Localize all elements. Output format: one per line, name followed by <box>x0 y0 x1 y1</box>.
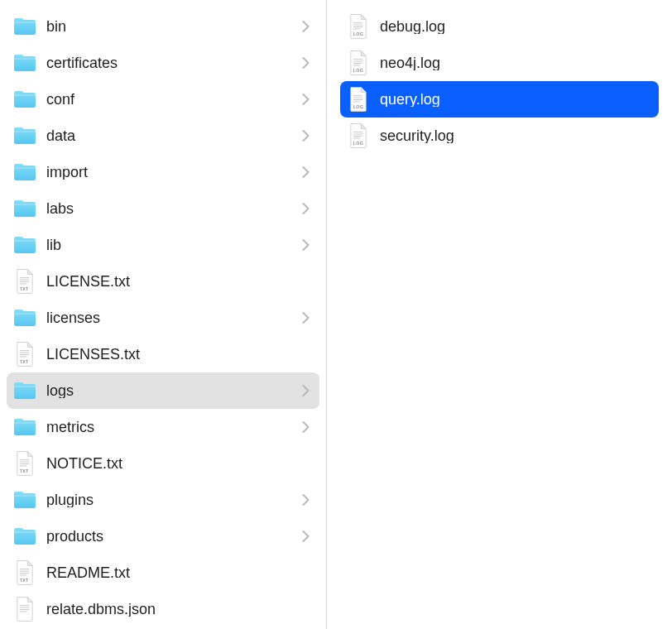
log-file-icon: LOG <box>345 122 372 149</box>
svg-text:LOG: LOG <box>353 104 363 109</box>
txt-file-icon: TXT <box>12 268 38 295</box>
item-label: labs <box>46 201 291 216</box>
folder-icon <box>12 13 38 40</box>
folder-icon <box>12 414 38 440</box>
item-label: LICENSES.txt <box>46 347 311 362</box>
item-label: licenses <box>46 310 291 325</box>
folder-icon <box>12 305 38 331</box>
item-label: certificates <box>46 55 291 70</box>
chevron-right-icon <box>300 130 311 142</box>
log-file-icon: LOG <box>345 50 372 76</box>
chevron-right-icon <box>300 385 311 396</box>
folder-icon <box>12 159 38 185</box>
chevron-right-icon <box>300 166 311 178</box>
folder-icon <box>12 122 38 149</box>
item-label: import <box>46 165 291 180</box>
item-relate-json[interactable]: relate.dbms.json <box>7 591 319 627</box>
item-metrics[interactable]: metrics <box>7 409 319 445</box>
folder-icon <box>12 487 38 513</box>
item-label: products <box>46 529 291 544</box>
item-conf[interactable]: conf <box>7 81 319 118</box>
item-plugins[interactable]: plugins <box>7 482 319 518</box>
log-file-icon: LOG <box>345 86 372 113</box>
svg-text:LOG: LOG <box>353 68 363 73</box>
item-products[interactable]: products <box>7 518 319 555</box>
item-label: security.log <box>380 128 650 143</box>
column-right[interactable]: LOG debug.log LOG neo4j.log LOG query.lo… <box>327 0 672 629</box>
item-label: conf <box>46 92 291 107</box>
folder-icon <box>12 86 38 113</box>
item-label: neo4j.log <box>380 55 650 70</box>
item-label: logs <box>46 383 291 398</box>
item-label: LICENSE.txt <box>46 274 311 289</box>
chevron-right-icon <box>300 312 311 324</box>
item-data[interactable]: data <box>7 118 319 154</box>
folder-icon <box>12 377 38 404</box>
item-label: data <box>46 128 291 143</box>
item-lib[interactable]: lib <box>7 227 319 263</box>
item-licenses-txt[interactable]: TXT LICENSES.txt <box>7 336 319 372</box>
svg-text:TXT: TXT <box>20 286 29 291</box>
item-logs[interactable]: logs <box>7 372 319 409</box>
item-label: README.txt <box>46 565 311 580</box>
item-label: debug.log <box>380 19 650 34</box>
folder-icon <box>12 50 38 76</box>
item-label: lib <box>46 238 291 252</box>
svg-text:TXT: TXT <box>20 468 29 473</box>
item-label: query.log <box>380 92 650 107</box>
item-label: plugins <box>46 492 291 507</box>
chevron-right-icon <box>300 94 311 105</box>
folder-icon <box>12 195 38 222</box>
chevron-right-icon <box>300 21 311 32</box>
item-debug-log[interactable]: LOG debug.log <box>340 8 659 45</box>
item-notice-txt[interactable]: TXT NOTICE.txt <box>7 445 319 482</box>
chevron-right-icon <box>300 421 311 433</box>
svg-text:LOG: LOG <box>353 31 363 36</box>
item-label: NOTICE.txt <box>46 456 311 471</box>
item-licenses[interactable]: licenses <box>7 300 319 336</box>
chevron-right-icon <box>300 239 311 251</box>
chevron-right-icon <box>300 531 311 542</box>
json-file-icon <box>12 596 38 622</box>
chevron-right-icon <box>300 203 311 214</box>
item-bin[interactable]: bin <box>7 8 319 45</box>
item-license-txt[interactable]: TXT LICENSE.txt <box>7 263 319 300</box>
txt-file-icon: TXT <box>12 559 38 586</box>
folder-icon <box>12 232 38 258</box>
item-security-log[interactable]: LOG security.log <box>340 118 659 154</box>
log-file-icon: LOG <box>345 13 372 40</box>
item-neo4j-log[interactable]: LOG neo4j.log <box>340 45 659 81</box>
item-query-log[interactable]: LOG query.log <box>340 81 659 118</box>
svg-text:TXT: TXT <box>20 578 29 583</box>
column-left[interactable]: bin certificates conf data import labs <box>0 0 327 629</box>
txt-file-icon: TXT <box>12 450 38 477</box>
svg-text:TXT: TXT <box>20 359 29 364</box>
chevron-right-icon <box>300 494 311 506</box>
txt-file-icon: TXT <box>12 341 38 367</box>
chevron-right-icon <box>300 57 311 69</box>
item-labs[interactable]: labs <box>7 190 319 227</box>
item-label: relate.dbms.json <box>46 602 311 617</box>
folder-icon <box>12 523 38 550</box>
item-label: metrics <box>46 420 291 435</box>
item-label: bin <box>46 19 291 34</box>
svg-text:LOG: LOG <box>353 141 363 146</box>
item-import[interactable]: import <box>7 154 319 190</box>
item-certificates[interactable]: certificates <box>7 45 319 81</box>
finder-column-view: bin certificates conf data import labs <box>0 0 672 629</box>
item-readme-txt[interactable]: TXT README.txt <box>7 555 319 591</box>
